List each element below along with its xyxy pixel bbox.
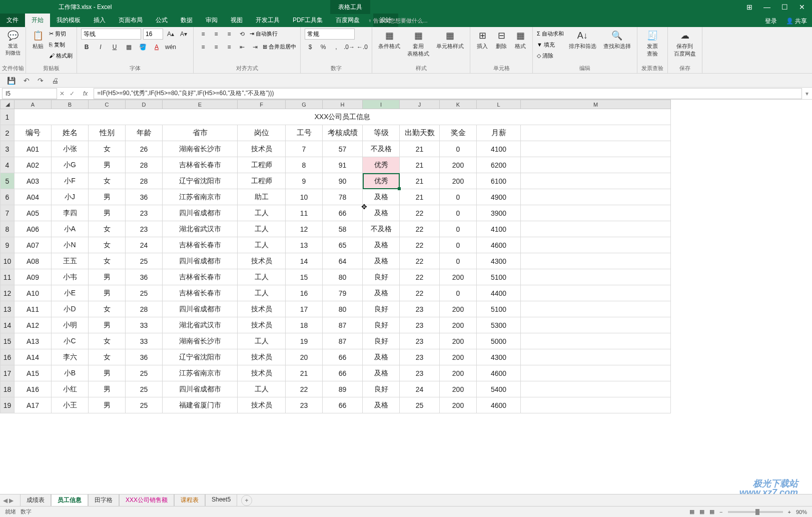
- header-cell[interactable]: 岗位: [238, 125, 286, 141]
- data-cell[interactable]: 女: [89, 301, 126, 317]
- data-cell[interactable]: 四川省成都市: [163, 205, 238, 221]
- data-cell[interactable]: 36: [126, 189, 163, 205]
- data-cell[interactable]: 25: [126, 381, 163, 397]
- maximize-button[interactable]: ☐: [781, 3, 788, 11]
- tell-me-box[interactable]: ♀ 告诉我您想要做什么...: [368, 17, 427, 25]
- data-cell[interactable]: 21: [400, 141, 440, 157]
- data-cell[interactable]: A13: [15, 333, 52, 349]
- data-cell[interactable]: 4400: [477, 285, 521, 301]
- merge-center-button[interactable]: ⊞ 合并后居中: [263, 42, 296, 52]
- data-cell[interactable]: 200: [440, 365, 477, 381]
- format-as-table-button[interactable]: ▦套用 表格格式: [405, 29, 431, 59]
- tab-home[interactable]: 开始: [25, 14, 50, 27]
- tab-developer[interactable]: 开发工具: [249, 14, 286, 27]
- header-cell[interactable]: 工号: [286, 125, 323, 141]
- data-cell[interactable]: A03: [15, 173, 52, 189]
- font-size-input[interactable]: [143, 29, 163, 40]
- row-header-8[interactable]: 8: [1, 221, 15, 237]
- data-cell[interactable]: 小F: [52, 173, 89, 189]
- column-header-J[interactable]: J: [400, 100, 440, 109]
- data-cell[interactable]: 女: [89, 221, 126, 237]
- column-header-E[interactable]: E: [163, 100, 238, 109]
- data-cell[interactable]: 10: [286, 189, 323, 205]
- data-cell[interactable]: 4300: [477, 253, 521, 269]
- align-left-icon[interactable]: ≡: [198, 42, 209, 53]
- data-cell[interactable]: 良好: [363, 317, 400, 333]
- sheet-nav-arrows[interactable]: ◀ ▶: [3, 497, 14, 504]
- row-header-15[interactable]: 15: [1, 333, 15, 349]
- cell-empty[interactable]: [521, 141, 671, 157]
- data-cell[interactable]: 23: [286, 397, 323, 413]
- data-cell[interactable]: 及格: [363, 349, 400, 365]
- header-cell[interactable]: 考核成绩: [323, 125, 363, 141]
- data-cell[interactable]: 3900: [477, 205, 521, 221]
- data-cell[interactable]: 36: [126, 349, 163, 365]
- row-header-19[interactable]: 19: [1, 397, 15, 413]
- data-cell[interactable]: 吉林省长春市: [163, 157, 238, 173]
- cell-empty[interactable]: [521, 285, 671, 301]
- phonetic-button[interactable]: wén: [165, 42, 176, 53]
- data-cell[interactable]: 良好: [363, 301, 400, 317]
- data-cell[interactable]: 80: [323, 269, 363, 285]
- data-cell[interactable]: 25: [400, 397, 440, 413]
- tab-formulas[interactable]: 公式: [149, 14, 174, 27]
- data-cell[interactable]: 36: [126, 269, 163, 285]
- currency-icon[interactable]: $: [305, 42, 316, 53]
- data-cell[interactable]: 20: [286, 349, 323, 365]
- data-cell[interactable]: 57: [323, 141, 363, 157]
- data-cell[interactable]: 23: [400, 301, 440, 317]
- data-cell[interactable]: 21: [400, 157, 440, 173]
- cell-styles-button[interactable]: ▦单元格样式: [434, 29, 466, 51]
- data-cell[interactable]: 5000: [477, 333, 521, 349]
- data-cell[interactable]: 及格: [363, 253, 400, 269]
- decrease-indent-icon[interactable]: ⇤: [237, 42, 248, 53]
- data-cell[interactable]: 11: [286, 205, 323, 221]
- data-cell[interactable]: 28: [126, 173, 163, 189]
- data-cell[interactable]: 78: [323, 189, 363, 205]
- row-header-4[interactable]: 4: [1, 157, 15, 173]
- data-cell[interactable]: 23: [400, 349, 440, 365]
- tab-mytemplate[interactable]: 我的模板: [50, 14, 87, 27]
- minimize-button[interactable]: —: [763, 3, 770, 11]
- header-cell[interactable]: 年龄: [126, 125, 163, 141]
- data-cell[interactable]: 优秀: [363, 173, 400, 189]
- data-cell[interactable]: 吉林省长春市: [163, 285, 238, 301]
- data-cell[interactable]: 23: [126, 205, 163, 221]
- data-cell[interactable]: 200: [440, 157, 477, 173]
- format-cells-button[interactable]: ▦格式: [512, 29, 528, 51]
- tab-file[interactable]: 文件: [0, 14, 25, 27]
- data-cell[interactable]: 女: [89, 349, 126, 365]
- data-cell[interactable]: A14: [15, 349, 52, 365]
- data-cell[interactable]: 17: [286, 301, 323, 317]
- data-cell[interactable]: 工人: [238, 333, 286, 349]
- cell-empty[interactable]: [521, 333, 671, 349]
- header-cell[interactable]: 奖金: [440, 125, 477, 141]
- data-cell[interactable]: 64: [323, 253, 363, 269]
- invoice-check-button[interactable]: 🧾发票 查验: [644, 29, 660, 59]
- data-cell[interactable]: 200: [440, 173, 477, 189]
- data-cell[interactable]: 男: [89, 285, 126, 301]
- data-cell[interactable]: 小E: [52, 285, 89, 301]
- data-cell[interactable]: 工程师: [238, 157, 286, 173]
- border-button[interactable]: ▦: [123, 42, 134, 53]
- data-cell[interactable]: 四川省成都市: [163, 301, 238, 317]
- data-cell[interactable]: 21: [400, 189, 440, 205]
- data-cell[interactable]: 33: [126, 333, 163, 349]
- zoom-level[interactable]: 90%: [796, 509, 807, 515]
- data-cell[interactable]: 助工: [238, 189, 286, 205]
- italic-button[interactable]: I: [95, 42, 106, 53]
- data-cell[interactable]: 89: [323, 381, 363, 397]
- cell-empty[interactable]: [521, 157, 671, 173]
- header-cell[interactable]: 编号: [15, 125, 52, 141]
- data-cell[interactable]: 23: [126, 221, 163, 237]
- data-cell[interactable]: 22: [400, 221, 440, 237]
- data-cell[interactable]: 5100: [477, 301, 521, 317]
- data-cell[interactable]: A08: [15, 253, 52, 269]
- view-pagelayout-icon[interactable]: ▦: [699, 508, 704, 515]
- cell-empty[interactable]: [521, 317, 671, 333]
- data-cell[interactable]: 辽宁省沈阳市: [163, 349, 238, 365]
- data-cell[interactable]: 28: [126, 301, 163, 317]
- select-all-corner[interactable]: ◢: [1, 100, 15, 109]
- data-cell[interactable]: 15: [286, 269, 323, 285]
- data-cell[interactable]: 5300: [477, 317, 521, 333]
